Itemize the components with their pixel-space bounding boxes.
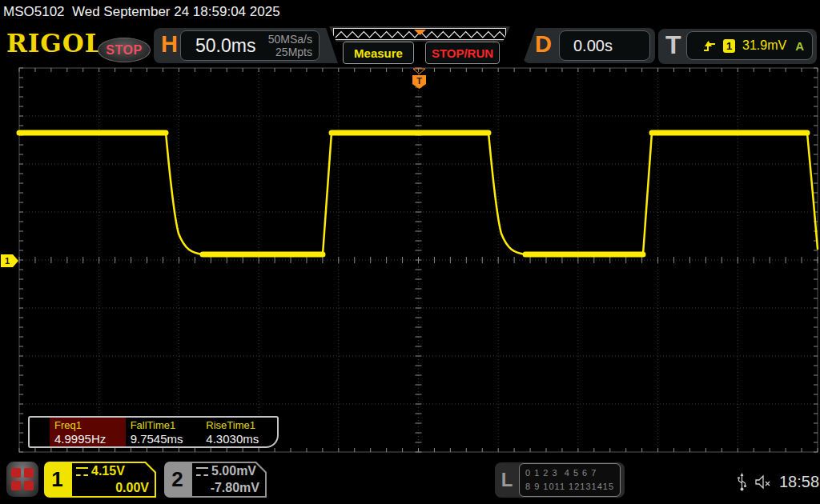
dc-coupling-icon <box>76 467 88 476</box>
measure-button[interactable]: Measure <box>343 42 414 64</box>
preview-position-marker <box>414 30 426 35</box>
run-state-label: STOP <box>106 43 142 58</box>
acquisition-rates: 50MSa/s 25Mpts <box>268 33 312 58</box>
measurement-label: FallTime1 <box>131 419 202 432</box>
clock: 18:58 <box>779 473 819 491</box>
delay-value: 0.00s <box>573 37 613 55</box>
channel-1-offset-marker[interactable]: 1 <box>1 254 18 267</box>
measurement-item-risetime1[interactable]: RiseTime1 4.3030ms <box>201 418 277 446</box>
delay-label: D <box>535 31 552 58</box>
channel-2-values[interactable]: 5.00mV -7.80mV <box>191 462 267 498</box>
memory-depth: 25Mpts <box>268 46 312 58</box>
trigger-source-badge: 1 <box>723 39 735 53</box>
trigger-mode: A <box>795 39 804 53</box>
channel-1-scale: 4.15V <box>91 464 125 478</box>
channel-2-tab[interactable]: 2 <box>164 462 191 498</box>
stop-run-button[interactable]: STOP/RUN <box>425 42 500 64</box>
model-and-datetime: MSO5102 Wed September 24 18:59:04 2025 <box>3 4 280 20</box>
bottom-bar: 1 4.15V 0.00V 2 5.00mV -7.80mV L 0 1 2 3… <box>0 460 820 504</box>
measurement-item-falltime1[interactable]: FallTime1 9.7545ms <box>126 418 202 446</box>
logic-label: L <box>495 469 519 491</box>
measurement-value: 9.7545ms <box>131 432 202 446</box>
channel-2-scale-row: 5.00mV <box>196 464 256 478</box>
svg-text:1: 1 <box>5 256 10 266</box>
logic-channel-list: 0 1 2 3 4 5 6 7 8 9 1011 12131415 <box>519 463 621 497</box>
grid-square <box>11 468 21 478</box>
channel-2-status[interactable]: 2 5.00mV -7.80mV <box>164 462 267 498</box>
horizontal-settings[interactable]: H 50.0ms 50MSa/s 25Mpts <box>154 28 338 63</box>
measurement-panel: Freq1 4.9995Hz FallTime1 9.7545ms RiseTi… <box>28 416 279 448</box>
channel-1-values[interactable]: 4.15V 0.00V <box>70 462 156 498</box>
grid-square <box>24 481 34 490</box>
horizontal-label: H <box>161 31 178 58</box>
app-grid-button[interactable] <box>6 462 38 497</box>
measurement-value: 4.3030ms <box>206 432 277 446</box>
logic-row-2: 8 9 1011 12131415 <box>525 480 614 494</box>
rigol-logo: RIGOL <box>6 29 103 58</box>
run-state-badge: STOP <box>98 38 151 62</box>
trigger-position-marker[interactable]: T <box>412 69 426 89</box>
measurement-item-freq1[interactable]: Freq1 4.9995Hz <box>50 418 126 446</box>
waveform-preview-strip[interactable] <box>329 26 510 42</box>
preview-waveform-icon <box>333 28 506 40</box>
delay-pill[interactable]: 0.00s <box>559 30 650 61</box>
ch1-waveform-edges <box>166 133 818 254</box>
channel-1-scale-row: 4.15V <box>76 464 125 478</box>
channel-2-offset: -7.80mV <box>211 481 259 495</box>
trigger-level: 31.9mV <box>742 38 786 53</box>
trigger-pill[interactable]: 1 31.9mV A <box>686 31 813 60</box>
channel-2-scale: 5.00mV <box>211 464 256 478</box>
trigger-settings[interactable]: T 1 31.9mV A <box>658 29 817 64</box>
measurement-label: RiseTime1 <box>206 419 277 432</box>
dc-coupling-icon <box>196 467 208 476</box>
graticule: T1 <box>0 67 820 458</box>
measurement-label: Freq1 <box>54 419 126 432</box>
channel-1-offset: 0.00V <box>115 481 149 495</box>
sample-rate: 50MSa/s <box>268 33 312 46</box>
timebase-value: 50.0ms <box>195 35 255 57</box>
trigger-label: T <box>665 30 681 60</box>
usb-icon <box>737 473 747 492</box>
channel-1-status[interactable]: 1 4.15V 0.00V <box>44 462 156 498</box>
logic-row-1: 0 1 2 3 4 5 6 7 <box>525 466 614 480</box>
measurement-value: 4.9995Hz <box>54 432 126 446</box>
delay-settings[interactable]: D 0.00s <box>523 28 655 63</box>
svg-text:T: T <box>416 76 422 86</box>
rising-edge-icon <box>703 39 716 52</box>
logic-channels-status[interactable]: L 0 1 2 3 4 5 6 7 8 9 1011 12131415 <box>495 462 625 498</box>
header: RIGOL STOP H 50.0ms 50MSa/s 25Mpts Measu… <box>0 24 820 67</box>
speaker-muted-icon[interactable] <box>754 474 773 490</box>
ch1-waveform-trace <box>19 133 807 254</box>
status-bar: MSO5102 Wed September 24 18:59:04 2025 <box>0 0 820 24</box>
system-tray: 18:58 <box>737 460 819 504</box>
grid-square <box>11 481 21 490</box>
timebase-pill[interactable]: 50.0ms 50MSa/s 25Mpts <box>180 30 320 61</box>
channel-1-tab[interactable]: 1 <box>44 462 70 498</box>
grid-square <box>24 468 34 478</box>
